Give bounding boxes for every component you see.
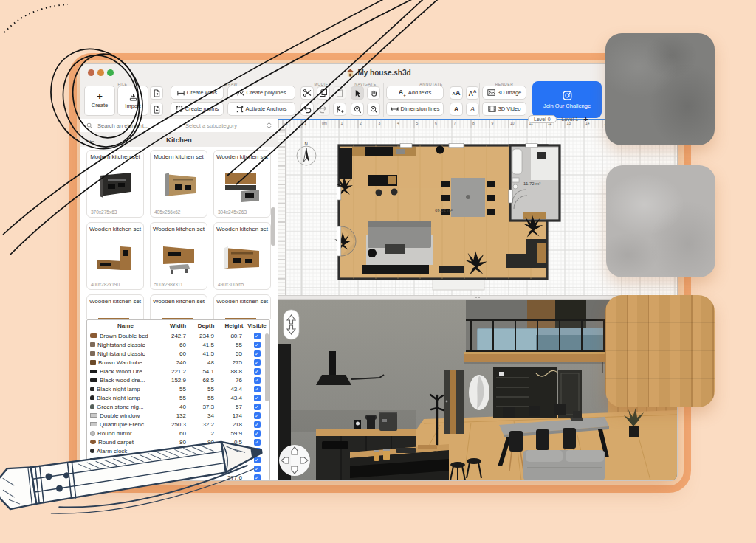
visible-checkbox[interactable]: ✓ — [254, 412, 261, 419]
table-row[interactable]: Black night lamp555543.4✓ — [87, 384, 269, 393]
visible-checkbox[interactable]: ✓ — [254, 359, 261, 366]
table-row[interactable]: Round mirror60259.9✓ — [87, 429, 269, 437]
visible-checkbox[interactable]: ✓ — [254, 395, 261, 401]
row-depth: 2 — [192, 430, 220, 437]
create-walls-button[interactable]: Create walls — [171, 86, 224, 100]
plus-icon: + — [97, 93, 103, 100]
visible-checkbox[interactable]: ✓ — [254, 474, 261, 481]
visible-checkbox[interactable]: ✓ — [254, 368, 261, 375]
visible-checkbox[interactable]: ✓ — [254, 439, 261, 446]
add-texts-button[interactable]: A+ Add texts — [386, 86, 444, 100]
catalog-card[interactable]: Wooden kitchen set — [150, 294, 207, 319]
table-row[interactable]: Book✓ — [87, 455, 269, 464]
table-row[interactable]: Quadruple Frenc...250.332.2218✓ — [87, 420, 269, 429]
visible-checkbox[interactable]: ✓ — [254, 333, 261, 339]
table-row[interactable]: Nightstand classic6041.555✓ — [87, 340, 269, 349]
visible-checkbox[interactable]: ✓ — [254, 404, 261, 410]
table-row[interactable]: Double window13234174✓ — [87, 411, 269, 420]
col-depth[interactable]: Depth — [192, 322, 220, 329]
copy-button[interactable] — [317, 86, 330, 100]
create-polylines-button[interactable]: Create polylines — [227, 86, 295, 100]
paste-button[interactable] — [333, 86, 346, 100]
create-rooms-button[interactable]: Create rooms — [171, 102, 224, 116]
table-row[interactable]: Nightstand classic6041.555✓ — [87, 349, 269, 358]
import-button[interactable]: Import — [117, 86, 148, 116]
cut-button[interactable] — [300, 86, 314, 100]
catalog-scrollbar[interactable] — [271, 207, 275, 246]
text-size-down-button[interactable]: AA — [466, 86, 479, 100]
card-title: Wooden kitchen set — [214, 295, 270, 314]
visible-checkbox[interactable]: ✓ — [254, 386, 261, 392]
table-scrollbar[interactable] — [265, 333, 269, 401]
export-library-button[interactable] — [150, 103, 163, 116]
search-input[interactable] — [96, 122, 173, 130]
elevation-control[interactable] — [284, 310, 299, 339]
dpad-control[interactable] — [279, 445, 310, 476]
catalog-card[interactable]: Wooden kitchen set — [86, 294, 144, 319]
catalog-search-row: Select a subcategory — [80, 119, 278, 133]
add-level-button[interactable]: + — [583, 114, 588, 123]
bold-button[interactable]: A — [450, 103, 463, 116]
furniture-icon — [90, 360, 96, 365]
create-button[interactable]: + Create — [84, 86, 115, 116]
catalog-card[interactable]: Wooden kitchen set — [213, 294, 271, 319]
visible-checkbox[interactable]: ✓ — [254, 342, 261, 348]
undo-button[interactable] — [300, 103, 314, 116]
redo-button[interactable] — [317, 103, 330, 116]
table-row[interactable]: Green stone nig...4037.357✓ — [87, 402, 269, 411]
visible-checkbox[interactable]: ✓ — [254, 377, 261, 384]
compass[interactable]: N — [297, 142, 316, 165]
table-row[interactable]: Black night lamp555543.4✓ — [87, 393, 269, 402]
catalog-card[interactable]: Modern kitchen set405x256x62 — [150, 150, 207, 218]
table-row[interactable]: Books✓ — [87, 464, 269, 473]
polyline-icon — [237, 89, 244, 97]
col-name[interactable]: Name — [87, 322, 164, 329]
table-row[interactable]: Brown Double bed242.7234.980.7✓ — [87, 331, 269, 340]
zoom-out-button[interactable] — [367, 103, 380, 116]
stepper-icon[interactable] — [267, 122, 272, 129]
zoom-in-button[interactable] — [351, 103, 364, 116]
select-tool-button[interactable] — [351, 86, 364, 100]
catalog-card[interactable]: Wooden kitchen set490x300x65 — [213, 222, 271, 290]
visible-checkbox[interactable]: ✓ — [254, 466, 261, 472]
app-house-icon — [346, 69, 354, 77]
catalog-card[interactable]: Wooden kitchen set500x298x311 — [150, 222, 207, 290]
join-challenge-button[interactable]: Join Our Challenge — [532, 81, 602, 118]
visible-checkbox[interactable]: ✓ — [254, 457, 261, 463]
visible-checkbox[interactable]: ✓ — [254, 430, 261, 437]
table-row[interactable]: Black wood dre...152.968.576✓ — [87, 376, 269, 384]
pan-tool-button[interactable] — [367, 86, 380, 100]
catalog-card[interactable]: Modern kitchen set370x275x63 — [86, 150, 144, 218]
import-library-button[interactable] — [150, 86, 163, 100]
render-3d-video-button[interactable]: 3D Video — [482, 102, 526, 116]
table-row[interactable]: Round carpet80800.5✓ — [87, 437, 269, 446]
italic-button[interactable]: A — [466, 103, 479, 116]
col-height[interactable]: Height — [220, 322, 248, 329]
table-row[interactable]: Alarm clock10.17.314✓ — [87, 446, 269, 455]
row-name: Black wood dre... — [100, 377, 145, 384]
table-row[interactable]: 277.6✓ — [87, 473, 269, 480]
row-height: 57 — [220, 404, 248, 410]
tab-level-0[interactable]: Level 0 — [528, 115, 557, 123]
table-row[interactable]: Black Wood Dre...221.254.188.8✓ — [87, 367, 269, 376]
back-arrow-icon[interactable]: ← — [88, 135, 98, 144]
text-size-up-button[interactable]: AA — [450, 86, 463, 100]
activate-anchors-button[interactable]: Activate Anchors — [227, 102, 295, 116]
visible-checkbox[interactable]: ✓ — [254, 448, 261, 454]
col-visible[interactable]: Visible — [248, 322, 266, 329]
visible-checkbox[interactable]: ✓ — [254, 421, 261, 428]
col-width[interactable]: Width — [164, 322, 192, 329]
tab-level-1[interactable]: Level 1 — [560, 116, 580, 122]
furniture-icon — [90, 458, 97, 461]
catalog-card[interactable]: Wooden kitchen set400x282x190 — [86, 222, 144, 290]
subcategory-select[interactable]: Select a subcategory — [185, 122, 237, 129]
dimension-lines-button[interactable]: Dimension lines — [386, 102, 444, 116]
modify-point-button[interactable] — [333, 103, 346, 116]
zoom-in-icon — [354, 106, 362, 114]
table-row[interactable]: Brown Wardrobe24048275✓ — [87, 358, 269, 367]
visible-checkbox[interactable]: ✓ — [254, 350, 261, 357]
catalog-card[interactable]: Wooden kitchen set304x245x263 — [213, 150, 271, 218]
row-width: 132 — [164, 412, 192, 419]
render-3d-image-button[interactable]: 3D Image — [482, 86, 526, 100]
compass-north-label: N — [305, 142, 308, 146]
